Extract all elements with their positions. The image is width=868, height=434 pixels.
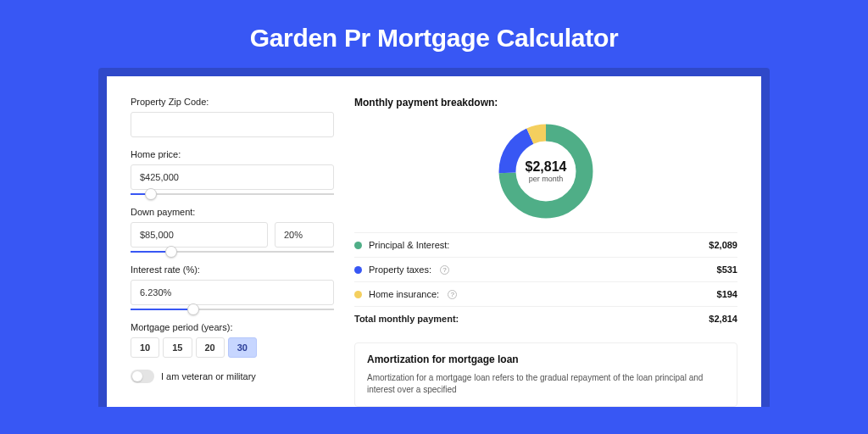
period-btn-10[interactable]: 10 bbox=[131, 337, 159, 358]
page-title: Garden Pr Mortgage Calculator bbox=[0, 0, 868, 68]
down-pct-input[interactable] bbox=[275, 222, 334, 248]
price-field: Home price: bbox=[131, 149, 334, 195]
veteran-toggle[interactable] bbox=[131, 370, 154, 383]
price-label: Home price: bbox=[131, 149, 334, 159]
veteran-row: I am veteran or military bbox=[131, 370, 334, 383]
down-slider[interactable] bbox=[131, 251, 334, 253]
period-button-group: 10 15 20 30 bbox=[131, 337, 334, 358]
legend-principal-amount: $2,089 bbox=[709, 240, 737, 250]
dot-principal bbox=[354, 242, 362, 249]
zip-input[interactable] bbox=[131, 112, 334, 137]
period-btn-15[interactable]: 15 bbox=[163, 337, 192, 358]
down-field: Down payment: bbox=[131, 207, 334, 253]
breakdown-title: Monthly payment breakdown: bbox=[354, 97, 737, 108]
legend-total: Total monthly payment: $2,814 bbox=[354, 306, 737, 331]
veteran-label: I am veteran or military bbox=[161, 371, 256, 381]
amortization-title: Amortization for mortgage loan bbox=[367, 353, 725, 365]
legend-principal-label: Principal & Interest: bbox=[369, 240, 449, 250]
period-label: Mortgage period (years): bbox=[131, 322, 334, 332]
donut-sub: per month bbox=[529, 175, 564, 183]
info-icon[interactable]: ? bbox=[440, 265, 449, 275]
card-backdrop: Property Zip Code: Home price: Down paym… bbox=[98, 68, 770, 407]
rate-slider[interactable] bbox=[131, 309, 334, 310]
down-label: Down payment: bbox=[131, 207, 334, 217]
rate-field: Interest rate (%): bbox=[131, 264, 334, 310]
down-slider-thumb[interactable] bbox=[165, 246, 177, 258]
dot-taxes bbox=[354, 266, 362, 274]
legend-insurance-label: Home insurance: bbox=[369, 289, 439, 299]
period-btn-20[interactable]: 20 bbox=[196, 337, 225, 358]
rate-input[interactable] bbox=[131, 280, 334, 305]
period-btn-30[interactable]: 30 bbox=[228, 337, 257, 358]
zip-field: Property Zip Code: bbox=[131, 97, 334, 137]
rate-label: Interest rate (%): bbox=[131, 264, 334, 275]
legend-principal: Principal & Interest: $2,089 bbox=[354, 232, 737, 257]
legend-taxes-amount: $531 bbox=[717, 264, 737, 275]
legend-taxes-label: Property taxes: bbox=[369, 264, 431, 275]
donut-value: $2,814 bbox=[526, 159, 567, 175]
period-field: Mortgage period (years): 10 15 20 30 bbox=[131, 322, 334, 358]
donut-center: $2,814 per month bbox=[495, 120, 597, 222]
legend-insurance-amount: $194 bbox=[717, 289, 737, 299]
breakdown-column: Monthly payment breakdown: $2,814 per mo… bbox=[354, 97, 737, 407]
price-slider-thumb[interactable] bbox=[145, 188, 157, 200]
donut-chart: $2,814 per month bbox=[495, 120, 597, 222]
dot-insurance bbox=[354, 291, 362, 298]
inputs-column: Property Zip Code: Home price: Down paym… bbox=[131, 97, 334, 407]
legend-total-label: Total monthly payment: bbox=[354, 314, 459, 324]
rate-slider-thumb[interactable] bbox=[187, 303, 199, 315]
calculator-card: Property Zip Code: Home price: Down paym… bbox=[107, 76, 761, 407]
price-input[interactable] bbox=[131, 164, 334, 190]
amortization-section: Amortization for mortgage loan Amortizat… bbox=[354, 342, 737, 407]
legend-total-amount: $2,814 bbox=[709, 314, 737, 324]
info-icon[interactable]: ? bbox=[448, 290, 457, 299]
amortization-text: Amortization for a mortgage loan refers … bbox=[367, 372, 725, 396]
legend-insurance: Home insurance: ? $194 bbox=[354, 281, 737, 306]
price-slider[interactable] bbox=[131, 193, 334, 195]
legend-taxes: Property taxes: ? $531 bbox=[354, 257, 737, 281]
zip-label: Property Zip Code: bbox=[131, 97, 334, 107]
donut-chart-wrap: $2,814 per month bbox=[354, 117, 737, 232]
down-amount-input[interactable] bbox=[131, 222, 268, 248]
